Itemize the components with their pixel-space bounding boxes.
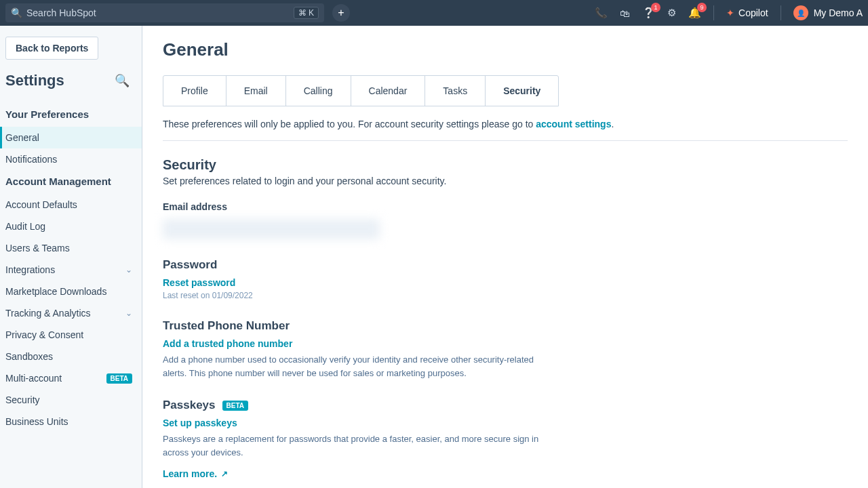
- chevron-down-icon: ⌄: [125, 265, 132, 274]
- divider: [781, 5, 781, 20]
- settings-icon[interactable]: ⚙: [667, 7, 676, 19]
- sidebar-item-business-units[interactable]: Business Units: [0, 411, 142, 432]
- sidebar-section-heading: Your Preferences: [0, 103, 142, 127]
- sidebar-item-marketplace-downloads[interactable]: Marketplace Downloads: [0, 281, 142, 302]
- main-content: General ProfileEmailCallingCalendarTasks…: [142, 26, 868, 488]
- page-title: General: [163, 39, 848, 60]
- settings-title: Settings: [5, 72, 64, 89]
- marketplace-icon[interactable]: 🛍: [620, 7, 630, 19]
- sidebar-item-label: Tracking & Analytics: [5, 308, 91, 319]
- account-label: My Demo A: [814, 7, 863, 18]
- create-button[interactable]: +: [332, 4, 350, 22]
- copilot-button[interactable]: ✦ Copilot: [726, 7, 768, 18]
- add-phone-link[interactable]: Add a trusted phone number: [163, 338, 848, 349]
- account-menu[interactable]: 👤 My Demo A: [793, 5, 863, 20]
- help-badge: 1: [651, 3, 660, 12]
- sidebar: Back to Reports Settings 🔍 Your Preferen…: [0, 26, 142, 488]
- password-heading: Password: [163, 258, 848, 272]
- phone-icon[interactable]: 📞: [595, 7, 608, 19]
- phone-desc: Add a phone number used to occasionally …: [163, 353, 542, 380]
- sidebar-search-icon[interactable]: 🔍: [115, 73, 130, 88]
- sidebar-item-label: Integrations: [5, 264, 55, 275]
- passkeys-heading: Passkeys: [163, 399, 216, 412]
- security-heading: Security: [163, 157, 848, 173]
- sidebar-item-label: Users & Teams: [5, 243, 70, 253]
- sidebar-item-security[interactable]: Security: [0, 389, 142, 411]
- passkeys-beta-badge: BETA: [222, 401, 248, 411]
- copilot-label: Copilot: [738, 7, 768, 18]
- back-button[interactable]: Back to Reports: [5, 37, 98, 60]
- sidebar-item-label: Account Defaults: [5, 199, 77, 210]
- sidebar-section-heading: Account Management: [0, 170, 142, 194]
- global-search[interactable]: 🔍 ⌘ K: [5, 3, 324, 22]
- sidebar-item-label: Security: [5, 394, 40, 405]
- setup-passkeys-link[interactable]: Set up passkeys: [163, 418, 848, 428]
- passkeys-desc: Passkeys are a replacement for passwords…: [163, 432, 542, 459]
- sidebar-item-sandboxes[interactable]: Sandboxes: [0, 346, 142, 367]
- avatar: 👤: [793, 5, 808, 20]
- tab-calendar[interactable]: Calendar: [351, 76, 426, 106]
- help-icon[interactable]: ❔1: [642, 7, 655, 19]
- tab-tasks[interactable]: Tasks: [425, 76, 486, 106]
- sidebar-item-account-defaults[interactable]: Account Defaults: [0, 194, 142, 216]
- sidebar-item-label: Multi-account: [5, 373, 62, 384]
- sidebar-item-integrations[interactable]: Integrations⌄: [0, 259, 142, 281]
- sidebar-item-notifications[interactable]: Notifications: [0, 148, 142, 170]
- sidebar-item-label: Marketplace Downloads: [5, 286, 106, 297]
- topbar: 🔍 ⌘ K + 📞 🛍 ❔1 ⚙ 🔔9 ✦ Copilot 👤 My Demo …: [0, 0, 868, 26]
- divider: [713, 5, 714, 20]
- account-settings-link[interactable]: account settings: [536, 119, 611, 129]
- beta-badge: BETA: [106, 373, 132, 384]
- sidebar-item-label: Notifications: [5, 154, 57, 165]
- sidebar-item-users-teams[interactable]: Users & Teams: [0, 237, 142, 259]
- sidebar-item-label: Business Units: [5, 416, 68, 427]
- sidebar-item-label: Privacy & Consent: [5, 329, 83, 340]
- sidebar-item-tracking-analytics[interactable]: Tracking & Analytics⌄: [0, 302, 142, 324]
- chevron-down-icon: ⌄: [125, 308, 132, 318]
- notice: These preferences will only be applied t…: [163, 106, 848, 141]
- sidebar-item-label: Sandboxes: [5, 351, 53, 362]
- learn-more-link[interactable]: Learn more. ↗: [163, 468, 228, 479]
- security-desc: Set preferences related to login and you…: [163, 176, 848, 186]
- tab-email[interactable]: Email: [226, 76, 286, 106]
- search-input[interactable]: [26, 7, 294, 18]
- tab-profile[interactable]: Profile: [163, 76, 226, 106]
- sidebar-item-multi-account[interactable]: Multi-accountBETA: [0, 367, 142, 389]
- tabs: ProfileEmailCallingCalendarTasksSecurity: [163, 75, 559, 106]
- email-value-redacted: [163, 219, 380, 239]
- phone-heading: Trusted Phone Number: [163, 319, 848, 333]
- sidebar-item-general[interactable]: General: [0, 127, 142, 148]
- notifications-icon[interactable]: 🔔9: [688, 7, 701, 19]
- shortcut-hint: ⌘ K: [294, 7, 319, 19]
- tab-security[interactable]: Security: [486, 76, 558, 106]
- sidebar-item-audit-log[interactable]: Audit Log: [0, 216, 142, 237]
- search-icon: 🔍: [11, 7, 22, 18]
- notif-badge: 9: [697, 3, 707, 12]
- reset-password-link[interactable]: Reset password: [163, 277, 848, 288]
- sidebar-item-label: Audit Log: [5, 221, 45, 232]
- external-link-icon: ↗: [221, 469, 228, 479]
- sidebar-item-privacy-consent[interactable]: Privacy & Consent: [0, 324, 142, 346]
- sidebar-item-label: General: [5, 132, 39, 143]
- email-label: Email address: [163, 201, 848, 212]
- tab-calling[interactable]: Calling: [286, 76, 351, 106]
- reset-meta: Last reset on 01/09/2022: [163, 291, 848, 300]
- sparkle-icon: ✦: [726, 7, 734, 18]
